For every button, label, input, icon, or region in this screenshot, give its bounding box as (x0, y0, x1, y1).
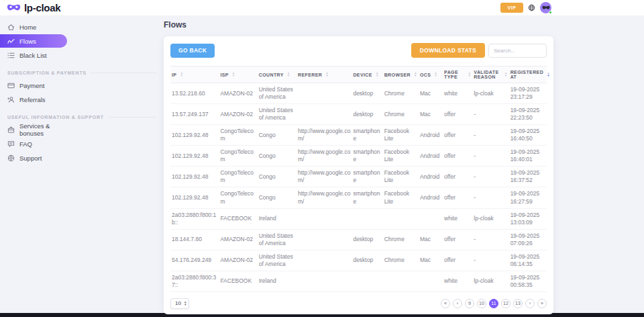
cell-country: Congo (258, 167, 297, 187)
sidebar-item-black-list[interactable]: Black List (0, 48, 67, 62)
cell-ip: 2a03:2880:f800:37:: (170, 271, 219, 291)
cell-referer: http://www.google.com/ (297, 167, 352, 187)
column-header-ip[interactable]: IP▲▼ (170, 66, 219, 83)
sidebar-item-faq[interactable]: FAQ (0, 137, 67, 150)
column-header-validate-reason[interactable]: VALIDATE REASON▲▼ (472, 66, 508, 83)
sidebar-item-home[interactable]: Home (0, 20, 67, 34)
download-stats-button[interactable]: DOWNLOAD STATS (411, 43, 485, 58)
cell-registered-at: 19-09-202516:40:50 (509, 125, 547, 146)
column-header-device[interactable]: DEVICE▲▼ (352, 66, 382, 83)
sort-arrows-icon[interactable]: ▲▼ (414, 72, 417, 77)
go-back-button[interactable]: GO BACK (170, 44, 215, 58)
page-size-select[interactable]: 10 ▲▼ (170, 298, 189, 309)
table-row[interactable]: 2a03:2880:f800:1b::FACEBOOKIrelandwhitel… (170, 208, 547, 229)
table-row[interactable]: 102.129.92.48CongoTelecomCongohttp://www… (170, 167, 547, 187)
table-row[interactable]: 13.57.249.137AMAZON-02United States of A… (170, 104, 547, 125)
table-row[interactable]: 102.129.92.48CongoTelecomCongohttp://www… (170, 146, 547, 167)
sort-arrows-icon[interactable]: ▲▼ (287, 72, 290, 77)
cell-validate-reason: - (472, 167, 508, 187)
cell-ocs: Mac (419, 104, 443, 125)
sort-arrows-icon[interactable]: ▲▼ (232, 72, 235, 77)
cell-referer (297, 250, 352, 271)
cell-ocs: Android (419, 187, 443, 208)
cell-page-type: offer (443, 146, 472, 167)
cell-ocs (419, 208, 443, 229)
cell-page-type: white (443, 83, 472, 104)
table-row[interactable]: 13.52.218.60AMAZON-02United States of Am… (170, 83, 547, 104)
sidebar-item-label: Payment (19, 82, 45, 89)
sidebar-item-services-bonuses[interactable]: Services & bonuses (0, 123, 67, 136)
table-row[interactable]: 102.129.92.48CongoTelecomCongohttp://www… (170, 125, 547, 146)
table-row[interactable]: 2a03:2880:f800:37::FACEBOOKIrelandwhitel… (170, 271, 547, 291)
first-page-button[interactable]: « (441, 299, 450, 308)
avatar[interactable] (540, 2, 551, 13)
search-input[interactable] (488, 44, 547, 58)
sort-arrows-icon[interactable]: ▲▼ (547, 72, 550, 77)
sort-arrows-icon[interactable]: ▲▼ (376, 72, 379, 77)
table-row[interactable]: 18.144.7.80AMAZON-02United States of Ame… (170, 229, 547, 250)
cell-isp: CongoTelecom (219, 187, 257, 208)
last-page-button[interactable]: » (537, 299, 547, 308)
cell-isp: FACEBOOK (219, 208, 257, 229)
sort-arrows-icon[interactable]: ▲▼ (325, 72, 329, 77)
table-row[interactable]: 54.176.249.249AMAZON-02United States of … (170, 250, 547, 271)
cell-country: Ireland (258, 271, 297, 291)
column-header-page-type[interactable]: PAGE TYPE▲▼ (443, 66, 472, 83)
cell-registered-at: 19-09-202516:40:01 (509, 146, 547, 167)
column-label: DEVICE (353, 73, 372, 77)
sidebar-item-flows[interactable]: Flows (0, 34, 67, 48)
sidebar-item-payment[interactable]: Payment (0, 79, 67, 92)
cell-device: desktop (352, 83, 382, 104)
online-status-dot (549, 11, 552, 14)
column-header-registered-at[interactable]: REGISTERED AT▲▼ (509, 66, 547, 83)
cell-device (352, 271, 382, 291)
cell-browser (383, 271, 419, 291)
table-row[interactable]: 102.129.92.48CongoTelecomCongohttp://www… (170, 187, 547, 208)
sidebar-section-title: USEFUL INFORMATION & SUPPORT (7, 115, 157, 120)
column-header-referer[interactable]: REFERER▲▼ (297, 66, 352, 83)
page-button-10[interactable]: 10 (477, 299, 486, 308)
cell-ip: 102.129.92.48 (170, 187, 219, 208)
cell-time: 16:40:50 (511, 135, 545, 142)
cell-ip: 13.57.249.137 (170, 104, 219, 125)
cell-date: 19-09-2025 (511, 212, 545, 219)
sort-arrows-icon[interactable]: ▲▼ (180, 72, 183, 77)
next-page-button[interactable]: › (525, 299, 535, 308)
page-button-12[interactable]: 12 (501, 299, 511, 308)
page-button-13[interactable]: 13 (513, 299, 523, 308)
faq-icon (7, 140, 15, 148)
page-button-9[interactable]: 9 (465, 299, 474, 308)
prev-page-button[interactable]: ‹ (453, 299, 462, 308)
column-header-browser[interactable]: BROWSER▲▼ (383, 66, 419, 83)
page-button-11[interactable]: 11 (489, 299, 498, 308)
column-header-ocs[interactable]: OCS▲▼ (419, 66, 443, 83)
vip-button[interactable]: VIP (500, 3, 523, 13)
sidebar-item-support[interactable]: Support (0, 151, 67, 165)
sidebar-item-referrals[interactable]: Referrals (0, 93, 67, 106)
cell-page-type: offer (443, 125, 472, 146)
column-header-isp[interactable]: ISP▲▼ (219, 66, 257, 83)
cell-validate-reason: - (472, 104, 508, 125)
cell-isp: CongoTelecom (219, 146, 257, 167)
cell-device (352, 208, 382, 229)
cell-referer (297, 271, 352, 291)
logo[interactable]: lp-cloak (7, 2, 60, 13)
column-header-country[interactable]: COUNTRY▲▼ (258, 66, 297, 83)
sidebar-item-label: Home (19, 24, 36, 31)
cell-time: 16:27:59 (511, 198, 545, 206)
cell-referer (297, 104, 352, 125)
cell-referer: http://www.google.com/ (297, 125, 352, 146)
sort-arrows-icon[interactable]: ▲▼ (468, 72, 471, 77)
topbar-right: VIP (500, 2, 551, 13)
language-globe-icon[interactable] (528, 4, 535, 11)
sidebar-item-label: FAQ (19, 140, 32, 148)
flows-icon (7, 38, 15, 45)
sidebar-item-label: Flows (19, 38, 36, 45)
cell-date: 19-09-2025 (511, 232, 545, 240)
cell-country: Ireland (258, 208, 297, 229)
sort-arrows-icon[interactable]: ▲▼ (504, 72, 508, 77)
sort-arrows-icon[interactable]: ▲▼ (434, 72, 437, 77)
pagination: 10 ▲▼ «‹910111213›» (170, 298, 547, 309)
cell-device: desktop (352, 104, 382, 125)
sidebar-item-label: Services & bonuses (19, 122, 67, 137)
